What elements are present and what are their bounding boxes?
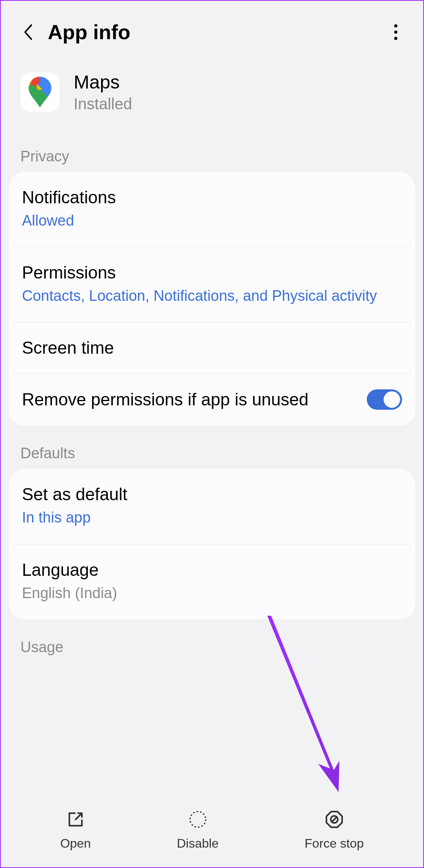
- permissions-title: Permissions: [22, 263, 402, 282]
- open-icon: [66, 810, 85, 829]
- force-stop-label: Force stop: [304, 836, 364, 851]
- privacy-card: Notifications Allowed Permissions Contac…: [9, 172, 415, 425]
- permissions-subtitle: Contacts, Location, Notifications, and P…: [22, 286, 402, 306]
- svg-line-3: [332, 817, 337, 822]
- open-label: Open: [60, 836, 91, 851]
- section-label-defaults: Defaults: [1, 425, 423, 469]
- disable-icon: [188, 810, 208, 829]
- language-item[interactable]: Language English (India): [12, 544, 412, 619]
- notifications-title: Notifications: [22, 188, 402, 207]
- google-maps-icon: [29, 77, 51, 107]
- permissions-item[interactable]: Permissions Contacts, Location, Notifica…: [12, 247, 412, 322]
- section-label-usage: Usage: [1, 619, 423, 663]
- back-button[interactable]: [20, 20, 36, 44]
- language-subtitle: English (India): [22, 583, 402, 604]
- notifications-subtitle: Allowed: [22, 210, 402, 231]
- set-default-subtitle: In this app: [22, 507, 402, 528]
- app-status: Installed: [74, 95, 132, 113]
- force-stop-button[interactable]: Force stop: [304, 810, 364, 851]
- set-default-title: Set as default: [22, 485, 402, 504]
- more-options-button[interactable]: [388, 20, 404, 44]
- set-default-item[interactable]: Set as default In this app: [9, 469, 415, 544]
- defaults-card: Set as default In this app Language Engl…: [9, 469, 415, 619]
- svg-point-1: [190, 812, 206, 827]
- page-title: App info: [48, 20, 388, 44]
- screen-time-item[interactable]: Screen time: [12, 322, 412, 373]
- app-icon: [20, 72, 60, 112]
- notifications-item[interactable]: Notifications Allowed: [9, 172, 415, 247]
- bottom-action-bar: Open Disable Force stop: [2, 797, 422, 867]
- disable-button[interactable]: Disable: [177, 810, 219, 851]
- open-button[interactable]: Open: [60, 810, 91, 851]
- disable-label: Disable: [177, 836, 219, 851]
- app-header: Maps Installed: [1, 56, 423, 136]
- force-stop-icon: [324, 810, 344, 829]
- remove-permissions-item[interactable]: Remove permissions if app is unused: [12, 373, 412, 425]
- screen-time-title: Screen time: [22, 338, 402, 358]
- section-label-privacy: Privacy: [1, 136, 423, 172]
- chevron-left-icon: [24, 24, 33, 41]
- language-title: Language: [22, 560, 402, 580]
- remove-permissions-title: Remove permissions if app is unused: [22, 390, 367, 409]
- app-name: Maps: [74, 71, 132, 93]
- more-vertical-icon: [394, 24, 397, 27]
- remove-permissions-toggle[interactable]: [367, 389, 402, 410]
